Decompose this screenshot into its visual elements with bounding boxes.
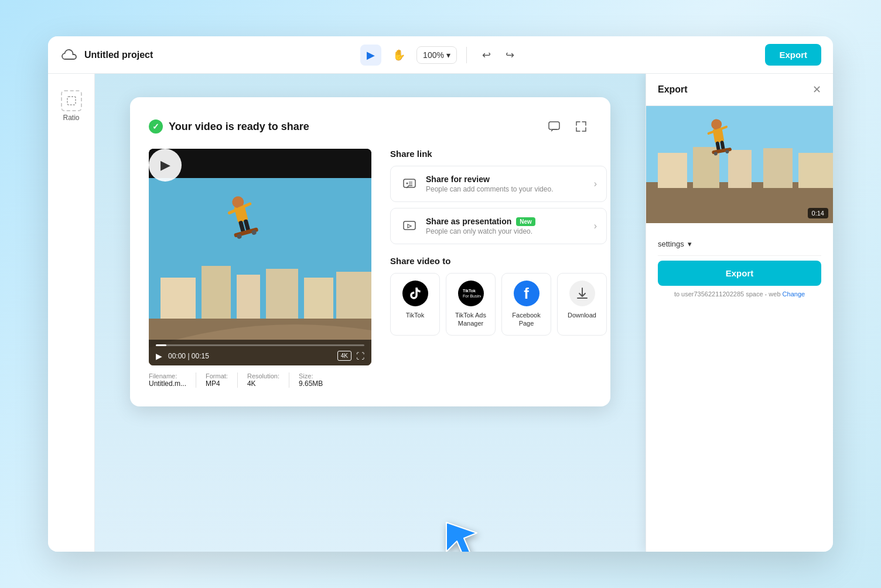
format-value: MP4: [206, 380, 228, 388]
export-settings: settings ▾ Export to user73562211202285 …: [646, 223, 833, 307]
tiktok-ads-share-item[interactable]: TikTok For Business TikTok Ads Manager: [446, 273, 496, 336]
header-center: ▶ ✋ 100% ▾ ↩ ↪: [360, 45, 521, 66]
zoom-chevron: ▾: [446, 50, 450, 60]
export-action-button[interactable]: Export: [658, 261, 821, 286]
video-controls: ▶ 00:00 | 00:15: [149, 340, 371, 365]
svg-rect-34: [763, 148, 793, 188]
storage-change-link[interactable]: Change: [783, 290, 805, 298]
format-meta: Format: MP4: [206, 372, 238, 388]
divider: [466, 47, 467, 63]
svg-rect-9: [336, 272, 371, 319]
svg-rect-27: [577, 298, 588, 299]
zoom-value: 100%: [423, 50, 444, 60]
storage-note: to user73562211202285 space - web Change: [658, 290, 821, 298]
size-meta: Size: 9.65MB: [299, 372, 332, 388]
svg-rect-8: [304, 278, 333, 319]
play-icon-small[interactable]: ▶: [156, 351, 162, 361]
facebook-share-item[interactable]: f Facebook Page: [501, 273, 551, 336]
controls-right: 4K ⛶: [337, 351, 364, 361]
share-for-review-option[interactable]: Share for review People can add comments…: [390, 166, 607, 202]
share-presentation-text: Share as presentation New People can onl…: [426, 217, 535, 235]
presentation-icon: [400, 217, 419, 235]
share-review-title: Share for review: [426, 175, 553, 184]
header-export-button[interactable]: Export: [765, 44, 821, 66]
svg-rect-6: [237, 275, 260, 319]
export-close-btn[interactable]: ✕: [812, 83, 821, 96]
time-display: 00:00 | 00:15: [168, 352, 209, 360]
video-scene: ▶ ▶ 00:00: [149, 149, 371, 365]
progress-fill: [156, 344, 166, 346]
resolution-label: Resolution:: [247, 372, 279, 380]
format-label: Format:: [206, 372, 228, 380]
svg-point-20: [407, 183, 408, 184]
header-right: Export: [521, 44, 821, 66]
progress-bar[interactable]: [156, 344, 364, 346]
svg-rect-1: [549, 122, 559, 129]
comment-btn[interactable]: [544, 116, 565, 137]
fullscreen-icon[interactable]: ⛶: [356, 351, 364, 361]
svg-rect-4: [161, 278, 196, 319]
modal-body: ▶ ▶ 00:00: [149, 149, 592, 388]
settings-label: settings: [658, 240, 684, 248]
svg-rect-31: [658, 153, 687, 188]
new-badge: New: [516, 217, 535, 226]
size-value: 9.65MB: [299, 380, 323, 388]
zoom-selector[interactable]: 100% ▾: [416, 46, 457, 64]
tiktok-share-item[interactable]: TikTok: [390, 273, 440, 336]
ratio-icon: [61, 90, 82, 111]
export-panel-header: Export ✕: [646, 74, 833, 106]
expand-btn[interactable]: [571, 116, 592, 137]
settings-dropdown[interactable]: settings ▾: [658, 240, 692, 248]
settings-chevron: ▾: [688, 240, 692, 248]
svg-rect-33: [728, 150, 752, 188]
svg-rect-19: [404, 179, 415, 187]
tiktok-ads-label: TikTok Ads Manager: [451, 311, 490, 328]
download-label: Download: [568, 311, 596, 319]
facebook-label: Facebook Page: [507, 311, 546, 328]
size-label: Size:: [299, 372, 323, 380]
resolution-meta: Resolution: 4K: [247, 372, 289, 388]
svg-rect-5: [202, 266, 231, 319]
share-video-title: Share video to: [390, 256, 607, 266]
undo-btn[interactable]: ↩: [476, 45, 497, 66]
chevron-presentation: ›: [594, 221, 597, 231]
share-review-text: Share for review People can add comments…: [426, 175, 553, 193]
main-window: Untitled project ▶ ✋ 100% ▾ ↩ ↪ Export: [48, 36, 833, 552]
undo-redo-group: ↩ ↪: [476, 45, 521, 66]
video-container: ▶ ▶ 00:00: [149, 149, 371, 388]
svg-marker-28: [446, 522, 477, 552]
share-presentation-desc: People can only watch your video.: [426, 227, 535, 235]
ready-title: ✓ Your video is ready to share: [149, 119, 309, 134]
svg-text:For Business: For Business: [463, 294, 481, 298]
check-icon: ✓: [149, 119, 163, 134]
select-tool-btn[interactable]: ▶: [360, 45, 381, 66]
share-review-desc: People can add comments to your video.: [426, 185, 553, 193]
quality-badge: 4K: [337, 351, 351, 361]
sidebar-item-ratio[interactable]: Ratio: [53, 83, 90, 129]
filename-value: Untitled.m...: [149, 380, 186, 388]
export-panel: Export ✕: [646, 74, 833, 552]
download-share-item[interactable]: Download: [557, 273, 607, 336]
svg-text:TikTok: TikTok: [463, 289, 476, 293]
resolution-value: 4K: [247, 380, 279, 388]
controls-left: ▶ 00:00 | 00:15: [156, 351, 209, 361]
share-presentation-left: Share as presentation New People can onl…: [400, 217, 535, 235]
facebook-icon: f: [514, 281, 539, 306]
play-button[interactable]: ▶: [149, 149, 182, 182]
modal-actions: [544, 116, 592, 137]
tiktok-label: TikTok: [406, 311, 424, 319]
body: Ratio ✓ Your video is ready to share: [48, 74, 833, 552]
export-thumbnail: 0:14: [646, 106, 833, 223]
header: Untitled project ▶ ✋ 100% ▾ ↩ ↪ Export: [48, 36, 833, 74]
ratio-label: Ratio: [63, 114, 79, 122]
modal-header: ✓ Your video is ready to share: [149, 116, 592, 137]
hand-tool-btn[interactable]: ✋: [388, 45, 409, 66]
project-title: Untitled project: [84, 50, 153, 60]
sidebar: Ratio: [48, 74, 95, 552]
controls-row: ▶ 00:00 | 00:15: [156, 351, 364, 361]
video-player: ▶ ▶ 00:00: [149, 149, 371, 365]
tiktok-ads-icon: TikTok For Business: [458, 281, 484, 306]
share-for-review-left: Share for review People can add comments…: [400, 175, 553, 193]
redo-btn[interactable]: ↪: [500, 45, 521, 66]
share-presentation-option[interactable]: Share as presentation New People can onl…: [390, 208, 607, 244]
